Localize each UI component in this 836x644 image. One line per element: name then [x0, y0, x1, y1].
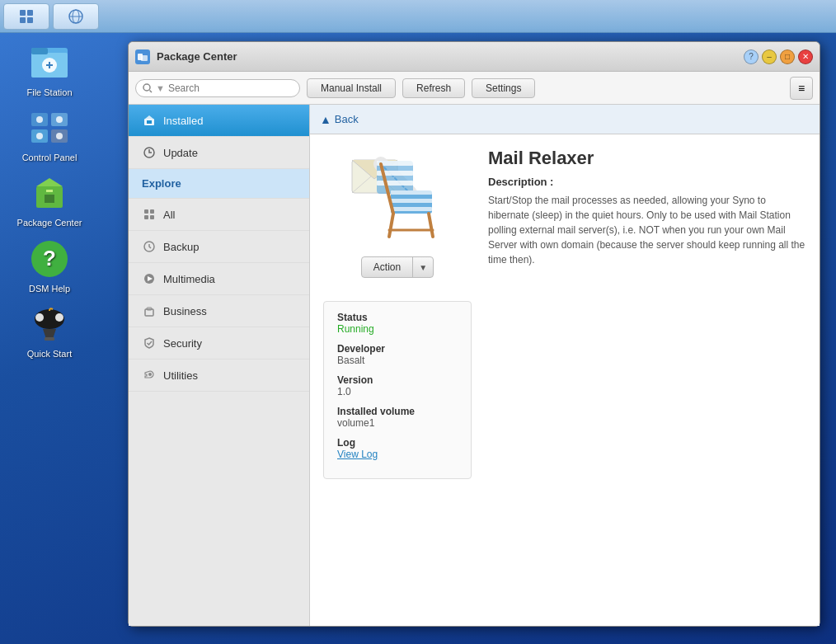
installed-label: Installed [163, 115, 203, 127]
multimedia-label: Multimedia [163, 273, 215, 285]
all-icon [142, 207, 157, 222]
svg-point-49 [148, 373, 152, 376]
svg-rect-41 [150, 209, 154, 214]
installed-volume-row: Installed volume volume1 [337, 406, 458, 429]
security-label: Security [163, 337, 202, 350]
version-label: Version [337, 374, 458, 386]
sidebar-item-multimedia[interactable]: Multimedia [129, 263, 309, 295]
svg-rect-40 [144, 209, 148, 214]
dsm-help-img: ? [28, 237, 71, 280]
utilities-icon [142, 368, 157, 383]
view-log-link[interactable]: View Log [337, 449, 458, 460]
action-button[interactable]: Action ▼ [361, 256, 434, 278]
package-detail: Action ▼ Status Running Developer Basalt [310, 134, 820, 626]
sidebar-item-installed[interactable]: Installed [129, 105, 309, 137]
svg-point-20 [56, 133, 63, 139]
search-box[interactable]: ▼ [135, 79, 300, 97]
description-label: Description : [488, 176, 806, 188]
sidebar-item-all[interactable]: All [129, 199, 309, 231]
svg-point-19 [36, 133, 43, 139]
sidebar-item-utilities[interactable]: Utilities [129, 360, 309, 392]
svg-rect-58 [377, 181, 413, 186]
explore-label: Explore [142, 177, 181, 190]
description-text: Start/Stop the mail processes as needed,… [488, 193, 806, 267]
svg-rect-2 [20, 17, 26, 23]
dsm-help-label: DSM Help [29, 284, 70, 294]
utilities-label: Utilities [163, 369, 198, 382]
log-row: Log View Log [337, 437, 458, 460]
svg-rect-43 [150, 215, 154, 219]
menu-button[interactable]: ≡ [790, 77, 813, 100]
package-info: Mail Relaxer Description : Start/Stop th… [488, 148, 806, 613]
svg-rect-62 [391, 207, 432, 211]
quick-start-img [28, 303, 71, 346]
main-content: Installed Update Explore [129, 105, 820, 626]
status-label: Status [337, 312, 458, 323]
sidebar-item-backup[interactable]: Backup [129, 231, 309, 263]
package-icon [348, 148, 447, 247]
dsm-help-icon[interactable]: ? DSM Help [8, 237, 91, 294]
sidebar-item-update[interactable]: Update [129, 137, 309, 169]
svg-rect-9 [31, 48, 48, 54]
quick-start-icon[interactable]: Quick Start [8, 303, 91, 360]
help-button[interactable]: ? [744, 49, 759, 64]
search-input[interactable] [168, 82, 293, 94]
sidebar-item-explore[interactable]: Explore [129, 169, 309, 199]
taskbar-grid-button[interactable] [3, 3, 49, 30]
maximize-button[interactable]: □ [780, 49, 795, 64]
toolbar: ▼ Manual Install Refresh Settings ≡ [129, 72, 820, 105]
all-label: All [163, 209, 175, 221]
svg-text:?: ? [43, 246, 56, 270]
window-title: Package Center [157, 50, 737, 63]
taskbar [0, 0, 836, 33]
control-panel-label: Control Panel [22, 153, 77, 163]
action-label: Action [362, 257, 413, 277]
svg-point-34 [143, 84, 150, 91]
svg-rect-29 [45, 337, 54, 341]
svg-rect-60 [391, 190, 432, 195]
package-center-window: Package Center ? – □ ✕ ▼ Manual Install … [128, 41, 820, 627]
package-name: Mail Relaxer [488, 148, 806, 169]
installed-volume-label: Installed volume [337, 406, 458, 417]
security-icon [142, 336, 157, 350]
file-station-img [28, 41, 71, 84]
business-icon [142, 303, 157, 318]
titlebar: Package Center ? – □ ✕ [129, 42, 820, 72]
svg-point-18 [56, 116, 63, 123]
control-panel-icon[interactable]: Control Panel [8, 106, 91, 163]
svg-rect-12 [49, 62, 50, 68]
package-center-icon[interactable]: Package Center [8, 172, 91, 228]
sidebar-item-business[interactable]: Business [129, 295, 309, 327]
desktop-icons: File Station Control Panel [8, 41, 91, 360]
version-row: Version 1.0 [337, 374, 458, 397]
manual-install-button[interactable]: Manual Install [307, 78, 396, 98]
svg-rect-33 [141, 55, 148, 61]
sidebar: Installed Update Explore [129, 105, 310, 626]
back-button[interactable]: ▲ Back [320, 113, 359, 126]
status-card: Status Running Developer Basalt Version … [323, 301, 472, 479]
status-value: Running [337, 323, 458, 335]
svg-marker-22 [36, 178, 63, 186]
developer-label: Developer [337, 343, 458, 355]
taskbar-globe-button[interactable] [53, 3, 99, 30]
window-controls: ? – □ ✕ [744, 49, 813, 64]
svg-rect-24 [46, 190, 53, 192]
close-button[interactable]: ✕ [798, 49, 813, 64]
minimize-button[interactable]: – [762, 49, 777, 64]
refresh-button[interactable]: Refresh [402, 78, 465, 98]
action-dropdown-icon[interactable]: ▼ [413, 259, 433, 276]
svg-line-35 [150, 90, 153, 92]
package-center-img [28, 172, 71, 214]
settings-button[interactable]: Settings [472, 78, 535, 98]
back-bar: ▲ Back [310, 105, 820, 134]
svg-rect-1 [27, 10, 33, 16]
svg-point-31 [55, 313, 63, 322]
content-area: ▲ Back [310, 105, 820, 626]
svg-rect-38 [147, 120, 152, 124]
sidebar-item-security[interactable]: Security [129, 327, 309, 360]
file-station-icon[interactable]: File Station [8, 41, 91, 98]
developer-value: Basalt [337, 355, 458, 366]
status-row: Status Running [337, 312, 458, 335]
svg-line-64 [429, 214, 433, 237]
svg-point-30 [35, 313, 44, 322]
